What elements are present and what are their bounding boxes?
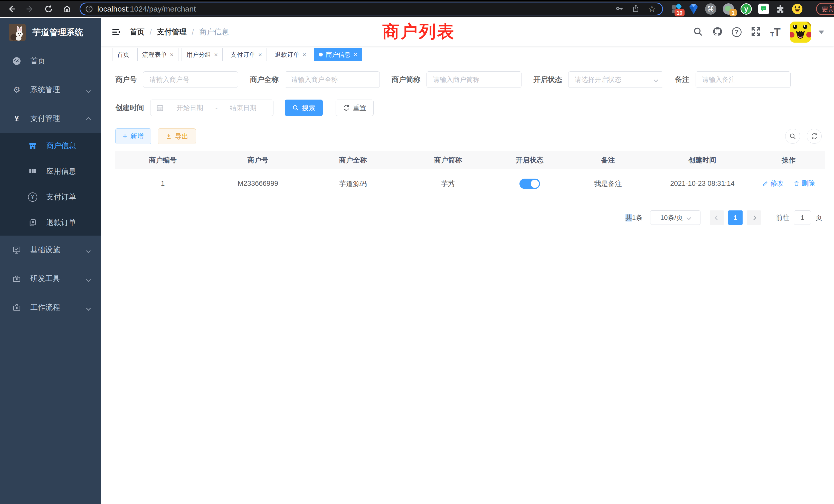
tab-merchant-info[interactable]: 商户信息 ×: [314, 48, 362, 61]
page-1-button[interactable]: 1: [728, 210, 743, 225]
share-icon[interactable]: [631, 4, 640, 14]
github-icon[interactable]: [712, 26, 723, 38]
dashboard-icon: [11, 56, 23, 66]
cell-remark: 我是备注: [564, 179, 652, 188]
sidebar-item-pay-order[interactable]: ¥ 支付订单: [0, 184, 101, 210]
browser-update-button[interactable]: 更新 ⋮: [816, 3, 834, 15]
toggle-search-button[interactable]: [785, 129, 800, 144]
user-avatar[interactable]: [790, 22, 811, 43]
reset-button-label: 重置: [353, 104, 366, 112]
sidebar-item-devtools[interactable]: 研发工具: [0, 264, 101, 293]
sidebar-item-label: 首页: [30, 56, 45, 66]
tab-user-group[interactable]: 用户分组 ×: [181, 48, 223, 61]
breadcrumb-payment[interactable]: 支付管理: [157, 27, 187, 37]
search-button-label: 搜索: [302, 104, 315, 112]
tab-process-form[interactable]: 流程表单 ×: [137, 48, 178, 61]
sidebar-item-app-info[interactable]: 应用信息: [0, 159, 101, 184]
browser-back-icon[interactable]: [6, 3, 18, 15]
page-size-select[interactable]: 10条/页: [650, 210, 701, 225]
sidebar-item-refund-order[interactable]: 退款订单: [0, 210, 101, 235]
remark-input[interactable]: [696, 71, 791, 88]
reset-button[interactable]: 重置: [336, 99, 374, 116]
status-select[interactable]: [568, 71, 663, 88]
table-row: 1 M233666999 芋道源码 芋艿 我是备注 2021-10-23 08:…: [115, 169, 825, 198]
extension-apps-icon[interactable]: 10: [671, 3, 682, 15]
goto-page-input[interactable]: [794, 210, 811, 225]
store-icon: [27, 141, 39, 150]
bookmark-star-icon[interactable]: ☆: [648, 4, 656, 14]
browser-forward-icon[interactable]: [24, 3, 36, 15]
search-button[interactable]: 搜索: [285, 99, 323, 116]
topbar: 首页 / 支付管理 / 商户信息 商户列表 ?: [101, 18, 834, 46]
sidebar-item-workflow[interactable]: 工作流程: [0, 293, 101, 322]
extension-y-icon[interactable]: y: [741, 3, 752, 15]
extension-cmd-icon[interactable]: ⌘: [705, 3, 717, 15]
cell-create-time: 2021-10-23 08:31:14: [653, 180, 753, 188]
close-icon[interactable]: ×: [170, 51, 174, 58]
date-end-placeholder[interactable]: 结束日期: [219, 104, 267, 112]
browser-home-icon[interactable]: [61, 3, 73, 15]
profile-avatar-icon[interactable]: [792, 3, 803, 15]
tab-pay-order[interactable]: 支付订单 ×: [226, 48, 267, 61]
date-start-placeholder[interactable]: 开始日期: [166, 104, 214, 112]
edit-link-label: 修改: [770, 179, 784, 188]
extension-badge: 10: [675, 9, 684, 17]
sidebar-item-payment[interactable]: ¥ 支付管理: [0, 104, 101, 133]
toolbar-row: + 新增 导出: [115, 128, 825, 144]
font-size-icon[interactable]: TT: [770, 27, 781, 38]
tab-refund-order[interactable]: 退款订单 ×: [270, 48, 311, 61]
refresh-button[interactable]: [807, 129, 822, 144]
sidebar-item-infrastructure[interactable]: 基础设施: [0, 235, 101, 264]
app-title: 芋道管理系统: [32, 27, 83, 38]
close-icon[interactable]: ×: [354, 51, 357, 58]
pagination: 共1条 10条/页 1 前往 页: [115, 210, 825, 225]
col-header-remark: 备注: [564, 156, 652, 165]
sidebar-item-label: 系统管理: [30, 85, 60, 95]
extension-chat-icon[interactable]: [758, 3, 769, 15]
sidebar-item-merchant-info[interactable]: 商户信息: [0, 133, 101, 159]
short-name-input[interactable]: [426, 71, 522, 88]
col-header-create-time: 创建时间: [653, 156, 753, 165]
plus-icon: +: [123, 132, 127, 140]
next-page-button[interactable]: [747, 210, 761, 225]
browser-reload-icon[interactable]: [43, 3, 54, 15]
tab-home[interactable]: 首页: [112, 48, 134, 61]
sidebar-item-system[interactable]: ⚙ 系统管理: [0, 75, 101, 104]
page-info-icon[interactable]: [85, 5, 93, 13]
help-icon[interactable]: ?: [732, 27, 742, 37]
delete-link[interactable]: 删除: [793, 179, 815, 188]
extensions-puzzle-icon[interactable]: [775, 3, 785, 15]
browser-bar: localhost:1024/pay/merchant ☆ 10 ⌘: [0, 0, 834, 17]
close-icon[interactable]: ×: [303, 51, 306, 58]
breadcrumb: 首页 / 支付管理 / 商户信息: [130, 27, 229, 37]
date-range-picker[interactable]: 开始日期 - 结束日期: [150, 99, 273, 116]
extension-tray-icon[interactable]: 1: [723, 3, 734, 15]
avatar-caret-icon[interactable]: [818, 30, 824, 34]
close-icon[interactable]: ×: [214, 51, 218, 58]
prev-page-button[interactable]: [710, 210, 724, 225]
export-button[interactable]: 导出: [158, 128, 196, 144]
y-glyph: y: [744, 5, 748, 13]
password-key-icon[interactable]: [615, 4, 624, 14]
fullscreen-icon[interactable]: [751, 26, 761, 38]
breadcrumb-home[interactable]: 首页: [130, 27, 145, 37]
status-toggle[interactable]: [520, 179, 540, 189]
toolbox-icon: [11, 303, 23, 312]
sidebar-item-home[interactable]: 首页: [0, 47, 101, 75]
tags-view-bar: 首页 流程表单 × 用户分组 × 支付订单 × 退款订单 ×: [101, 46, 834, 63]
yen-icon: ¥: [11, 114, 23, 123]
sidebar-fold-icon[interactable]: [111, 27, 121, 37]
search-icon[interactable]: [693, 26, 703, 38]
merchant-no-input[interactable]: [143, 71, 238, 88]
edit-link[interactable]: 修改: [762, 179, 784, 188]
goto-label: 前往: [776, 213, 789, 222]
sidebar-logo-row[interactable]: 芋道管理系统: [0, 18, 101, 47]
url-text[interactable]: localhost:1024/pay/merchant: [97, 5, 196, 13]
url-bar[interactable]: localhost:1024/pay/merchant ☆: [80, 3, 663, 16]
add-button[interactable]: + 新增: [115, 128, 151, 144]
breadcrumb-separator: /: [150, 28, 152, 37]
full-name-input[interactable]: [285, 71, 380, 88]
extension-gem-icon[interactable]: [688, 3, 699, 15]
close-icon[interactable]: ×: [258, 51, 262, 58]
yen-circle-icon: ¥: [27, 192, 39, 202]
